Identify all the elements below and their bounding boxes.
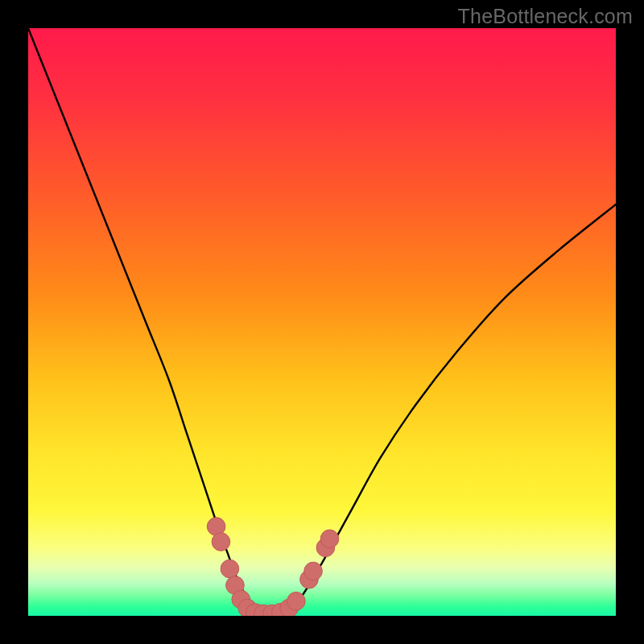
curve-marker [304, 562, 323, 580]
gradient-backdrop [28, 28, 616, 616]
curve-marker [212, 533, 230, 551]
watermark-text: TheBottleneck.com [458, 5, 633, 28]
bottleneck-chart [0, 0, 644, 644]
curve-marker [320, 530, 339, 548]
curve-marker [287, 592, 306, 610]
curve-marker [221, 559, 239, 578]
chart-frame: { "watermark": "TheBottleneck.com", "col… [0, 0, 644, 644]
